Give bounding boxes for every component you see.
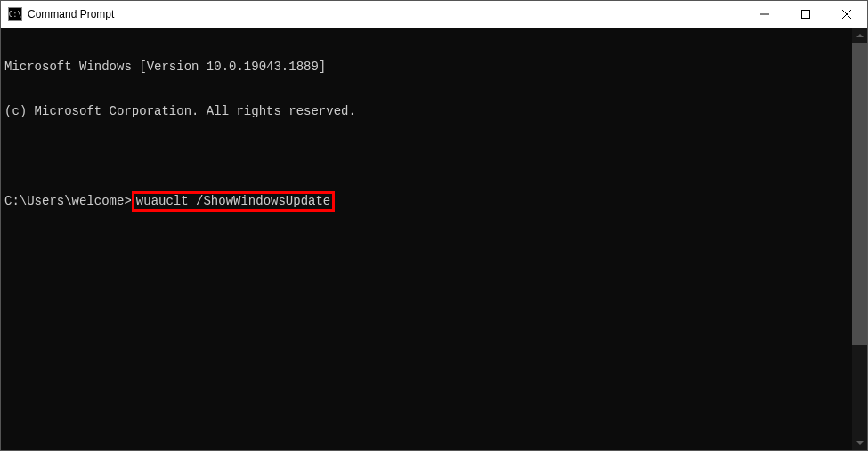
maximize-button[interactable] [785, 1, 826, 28]
command-text: wuauclt /ShowWindowsUpdate [136, 194, 330, 208]
version-line: Microsoft Windows [Version 10.0.19043.18… [4, 60, 848, 75]
console-output[interactable]: Microsoft Windows [Version 10.0.19043.18… [1, 28, 852, 450]
vertical-scrollbar[interactable] [852, 28, 867, 450]
titlebar[interactable]: C:\ Command Prompt [1, 1, 867, 28]
copyright-line: (c) Microsoft Corporation. All rights re… [4, 104, 848, 119]
svg-rect-1 [802, 11, 810, 19]
blank-line [4, 149, 848, 164]
scroll-track[interactable] [852, 43, 867, 435]
maximize-icon [801, 10, 810, 19]
app-icon-text: C:\ [9, 11, 21, 19]
app-icon: C:\ [8, 7, 22, 21]
prompt-line: C:\Users\welcome>wuauclt /ShowWindowsUpd… [4, 194, 848, 209]
scroll-up-button[interactable] [852, 28, 867, 43]
minimize-icon [760, 10, 769, 19]
scroll-down-button[interactable] [852, 435, 867, 450]
scroll-thumb[interactable] [852, 43, 867, 345]
console-area: Microsoft Windows [Version 10.0.19043.18… [1, 28, 867, 450]
close-button[interactable] [826, 1, 867, 28]
window-title: Command Prompt [28, 8, 744, 20]
chevron-down-icon [856, 441, 864, 445]
close-icon [842, 10, 851, 19]
command-highlight: wuauclt /ShowWindowsUpdate [132, 191, 335, 212]
prompt-text: C:\Users\welcome> [4, 194, 132, 209]
chevron-up-icon [856, 34, 864, 37]
command-prompt-window: C:\ Command Prompt Microsoft Windows [Ve… [0, 0, 868, 451]
minimize-button[interactable] [744, 1, 785, 28]
